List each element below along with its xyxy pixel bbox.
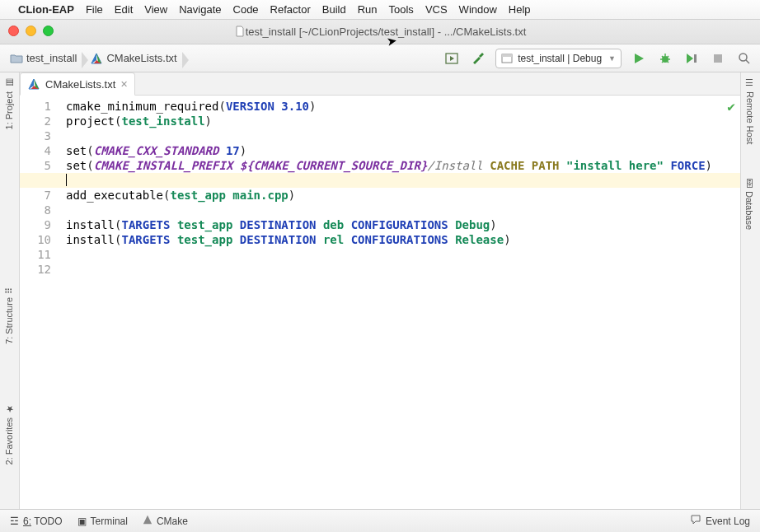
speech-bubble-icon bbox=[690, 514, 701, 528]
menu-edit[interactable]: Edit bbox=[115, 3, 133, 16]
breadcrumb-file-label: CMakeLists.txt bbox=[106, 52, 176, 64]
hammer-build-button[interactable] bbox=[469, 49, 487, 68]
line-gutter: 123456789101112 bbox=[20, 96, 59, 509]
svg-point-20 bbox=[739, 54, 747, 61]
macos-menubar: CLion-EAP File Edit View Navigate Code R… bbox=[0, 0, 760, 20]
text-caret bbox=[66, 174, 67, 186]
menu-help[interactable]: Help bbox=[509, 3, 531, 16]
run-config-selector[interactable]: test_install | Debug ▼ bbox=[495, 49, 622, 68]
status-bar: ☲ 6: TODO ▣ Terminal CMake Event Log bbox=[0, 509, 760, 532]
tool-todo[interactable]: ☲ 6: TODO bbox=[10, 516, 63, 527]
folder-icon: ▤ bbox=[3, 77, 14, 88]
terminal-icon: ▣ bbox=[77, 516, 87, 527]
cmake-icon bbox=[27, 77, 40, 91]
chevron-down-icon: ▼ bbox=[608, 54, 616, 63]
svg-line-15 bbox=[662, 61, 664, 63]
event-log[interactable]: Event Log bbox=[690, 514, 750, 528]
menu-navigate[interactable]: Navigate bbox=[179, 3, 221, 16]
config-icon bbox=[501, 53, 513, 64]
svg-line-21 bbox=[746, 60, 749, 63]
breadcrumb-project-label: test_install bbox=[26, 52, 77, 64]
list-icon: ☲ bbox=[10, 516, 19, 527]
svg-marker-17 bbox=[687, 54, 693, 63]
folder-icon bbox=[10, 52, 23, 65]
breadcrumb-project[interactable]: test_install bbox=[7, 50, 83, 67]
left-tool-strip: 1: Project▤ 7: Structure⠿ 2: Favorites★ bbox=[0, 72, 20, 509]
breadcrumb-file[interactable]: CMakeLists.txt bbox=[87, 50, 183, 67]
editor-tab-cmakelists[interactable]: CMakeLists.txt ✕ bbox=[20, 72, 135, 96]
menu-run[interactable]: Run bbox=[358, 3, 378, 16]
window-title: test_install [~/CLionProjects/test_insta… bbox=[246, 26, 527, 38]
svg-line-14 bbox=[668, 56, 669, 58]
svg-line-13 bbox=[662, 56, 664, 58]
code-editor[interactable]: 123456789101112 ✔ cmake_minimum_required… bbox=[20, 96, 740, 509]
navigation-toolbar: test_install CMakeLists.txt test_install… bbox=[0, 44, 760, 72]
svg-rect-18 bbox=[694, 54, 697, 63]
menu-view[interactable]: View bbox=[144, 3, 167, 16]
tool-favorites[interactable]: 2: Favorites★ bbox=[0, 399, 17, 469]
svg-marker-8 bbox=[635, 54, 644, 63]
menu-code[interactable]: Code bbox=[233, 3, 259, 16]
editor-tabstrip: CMakeLists.txt ✕ bbox=[20, 72, 740, 96]
run-config-label: test_install | Debug bbox=[518, 53, 602, 64]
remote-icon: ☰ bbox=[744, 77, 755, 88]
cmake-icon bbox=[143, 515, 152, 527]
menu-refactor[interactable]: Refactor bbox=[270, 3, 311, 16]
tool-cmake[interactable]: CMake bbox=[143, 515, 188, 527]
search-everywhere-button[interactable] bbox=[735, 49, 753, 68]
menu-tools[interactable]: Tools bbox=[389, 3, 414, 16]
menu-file[interactable]: File bbox=[86, 3, 103, 16]
svg-rect-7 bbox=[502, 54, 512, 57]
menu-vcs[interactable]: VCS bbox=[425, 3, 448, 16]
database-icon: 🗄 bbox=[744, 179, 754, 188]
run-coverage-button[interactable] bbox=[683, 49, 701, 68]
close-tab-icon[interactable]: ✕ bbox=[120, 79, 128, 90]
tool-structure[interactable]: 7: Structure⠿ bbox=[0, 282, 17, 349]
editor-tab-label: CMakeLists.txt bbox=[45, 78, 115, 91]
svg-line-16 bbox=[668, 61, 669, 63]
window-minimize-button[interactable] bbox=[26, 26, 36, 36]
svg-rect-19 bbox=[714, 54, 722, 63]
stop-button[interactable] bbox=[709, 49, 727, 68]
app-name[interactable]: CLion-EAP bbox=[18, 3, 74, 16]
debug-button[interactable] bbox=[656, 49, 674, 68]
right-tool-strip: ☰Remote Host 🗄Database bbox=[740, 72, 760, 509]
window-zoom-button[interactable] bbox=[43, 26, 54, 36]
svg-marker-26 bbox=[143, 516, 152, 524]
svg-marker-5 bbox=[450, 56, 454, 61]
menu-build[interactable]: Build bbox=[322, 3, 346, 16]
inspection-ok-icon: ✔ bbox=[727, 99, 735, 114]
run-button[interactable] bbox=[630, 49, 648, 68]
star-icon: ★ bbox=[3, 404, 14, 414]
window-titlebar: test_install [~/CLionProjects/test_insta… bbox=[0, 20, 760, 44]
tool-remote-host[interactable]: ☰Remote Host bbox=[741, 72, 758, 149]
window-close-button[interactable] bbox=[8, 26, 19, 36]
code-area[interactable]: ✔ cmake_minimum_required(VERSION 3.10) p… bbox=[59, 96, 740, 509]
tool-database[interactable]: 🗄Database bbox=[741, 174, 758, 235]
document-icon bbox=[234, 26, 246, 38]
menu-window[interactable]: Window bbox=[459, 3, 497, 16]
structure-icon: ⠿ bbox=[3, 287, 14, 294]
build-button[interactable] bbox=[443, 49, 461, 68]
tool-project[interactable]: 1: Project▤ bbox=[0, 72, 17, 134]
tool-terminal[interactable]: ▣ Terminal bbox=[77, 516, 128, 527]
cmake-icon bbox=[90, 52, 103, 65]
